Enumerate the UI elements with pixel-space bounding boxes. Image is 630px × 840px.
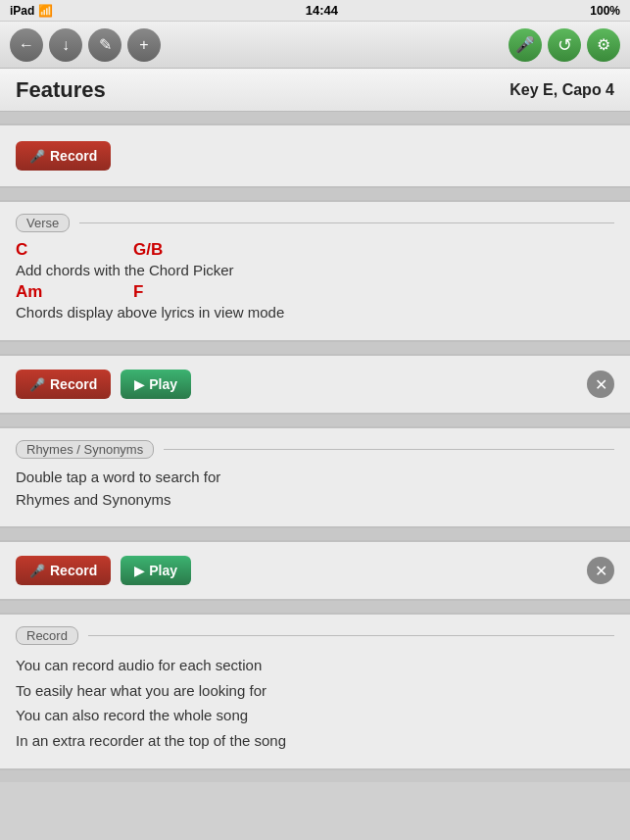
toolbar: ← ↓ ✎ + 🎤 ↺ ⚙ (0, 22, 630, 69)
mic-icon-3: 🎤 (29, 564, 45, 578)
record-info-line-4: In an extra recorder at the top of the s… (16, 728, 614, 754)
divider-5 (0, 601, 630, 613)
close-button-1[interactable]: ✕ (587, 371, 614, 398)
add-button[interactable]: + (127, 28, 161, 62)
toolbar-left-buttons: ← ↓ ✎ + (10, 28, 161, 62)
record-info-line-3: You can also record the whole song (16, 703, 614, 728)
divider-4 (0, 528, 630, 540)
down-button[interactable]: ↓ (49, 28, 82, 62)
chord-gb: G/B (133, 240, 251, 260)
record-button-1[interactable]: 🎤 Record (16, 141, 111, 171)
rhymes-label-wrap: Rhymes / Synonyms (16, 440, 614, 459)
chord-line-1: Add chords with the Chord Picker (16, 262, 614, 278)
divider-6 (0, 770, 630, 782)
close-button-2[interactable]: ✕ (587, 557, 614, 584)
rhymes-text-2: Rhymes and Synonyms (16, 489, 614, 512)
record-button-2[interactable]: 🎤 Record (16, 370, 111, 399)
verse-label-wrap: Verse (16, 214, 614, 232)
chord-row-1: C G/B (16, 240, 614, 260)
chord-c: C (16, 240, 133, 260)
page-title: Features (16, 77, 106, 103)
record-info-section: Record You can record audio for each sec… (0, 613, 630, 770)
record-label-2: Record (50, 376, 97, 392)
back-button[interactable]: ← (10, 28, 43, 62)
play-icon-1: ▶ (134, 377, 144, 392)
edit-button[interactable]: ✎ (88, 28, 121, 62)
record-section-label: Record (16, 626, 78, 645)
record-label-3: Record (50, 563, 97, 578)
record-button-3[interactable]: 🎤 Record (16, 556, 111, 585)
record-label-1: Record (50, 148, 97, 164)
toolbar-right-buttons: 🎤 ↺ ⚙ (509, 28, 620, 62)
play-button-2[interactable]: ▶ Play (121, 556, 191, 585)
status-bar: iPad 📶 14:44 100% (0, 0, 630, 22)
rhymes-section: Rhymes / Synonyms Double tap a word to s… (0, 426, 630, 528)
page-header: Features Key E, Capo 4 (0, 69, 630, 112)
chord-line-2: Chords display above lyrics in view mode (16, 304, 614, 321)
divider-top (0, 112, 630, 124)
verse-label: Verse (16, 214, 70, 232)
rhymes-label: Rhymes / Synonyms (16, 440, 154, 459)
loop-button[interactable]: ↺ (548, 28, 581, 62)
battery-status: 100% (590, 4, 620, 18)
record-label-wrap: Record (16, 626, 614, 645)
key-info: Key E, Capo 4 (509, 81, 614, 99)
mic-icon-1: 🎤 (29, 149, 45, 164)
device-label: iPad (10, 4, 34, 18)
rhymes-section-line (164, 449, 614, 450)
record-only-section: 🎤 Record (0, 124, 630, 188)
chord-row-2: Am F (16, 282, 614, 302)
main-content: 🎤 Record Verse C G/B Add chords with the… (0, 112, 630, 840)
btn-section-1: 🎤 Record ▶ Play ✕ (0, 354, 630, 415)
chord-f: F (133, 282, 251, 302)
record-info-line-1: You can record audio for each section (16, 653, 614, 678)
mic-button[interactable]: 🎤 (509, 28, 542, 62)
record-info-line-2: To easily hear what you are looking for (16, 678, 614, 704)
btn-section-2: 🎤 Record ▶ Play ✕ (0, 540, 630, 601)
record-section-line (88, 635, 614, 636)
mic-icon-2: 🎤 (29, 377, 45, 392)
chord-am: Am (16, 282, 133, 302)
rhymes-text-1: Double tap a word to search for (16, 467, 614, 489)
divider-2 (0, 342, 630, 354)
play-label-2: Play (149, 563, 177, 578)
settings-button[interactable]: ⚙ (587, 28, 620, 62)
status-left: iPad 📶 (10, 4, 53, 18)
wifi-icon: 📶 (38, 4, 53, 18)
status-time: 14:44 (306, 3, 338, 18)
play-button-1[interactable]: ▶ Play (121, 370, 191, 399)
divider-3 (0, 415, 630, 426)
play-label-1: Play (149, 376, 177, 392)
divider-1 (0, 188, 630, 200)
play-icon-2: ▶ (134, 564, 144, 578)
verse-section-line (79, 222, 614, 223)
verse-section: Verse C G/B Add chords with the Chord Pi… (0, 200, 630, 342)
